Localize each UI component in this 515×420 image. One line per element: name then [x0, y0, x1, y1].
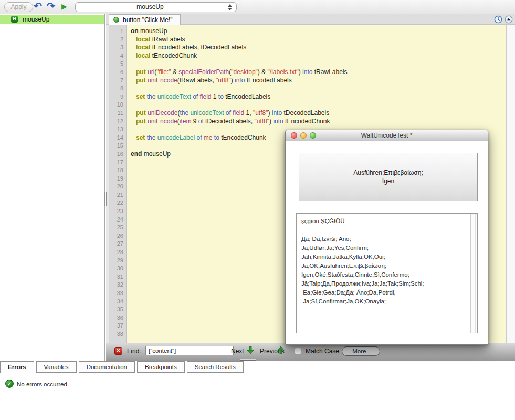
code-line[interactable]: local tEncodedChunk [131, 52, 506, 60]
line-number: 31 [109, 273, 126, 281]
check-icon: ✓ [5, 380, 14, 388]
code-line[interactable]: local tEncodedLabels, tDecodedLabels [131, 44, 506, 52]
line-number: 21 [109, 191, 126, 200]
line-number: 8 [109, 85, 126, 93]
window-close-icon[interactable] [291, 132, 297, 139]
line-number: 10 [109, 101, 126, 109]
clock-icon[interactable] [494, 15, 502, 26]
window-title-bar[interactable]: WaltUnicodeTest * [286, 130, 488, 141]
field-text-line: Jā;Taip;Да,Продолжи;Iva;Ja;Ja;Tak;Sim;Sc… [301, 279, 468, 288]
code-line[interactable] [131, 85, 506, 93]
line-number: 32 [109, 281, 126, 289]
handler-label: mouseUp [23, 16, 49, 23]
bottom-tab-bar: ErrorsVariablesDocumentationBreakpointsS… [0, 361, 515, 373]
line-number: 18 [109, 166, 126, 175]
arrow-down-icon[interactable] [247, 346, 254, 356]
line-number: 26 [109, 232, 126, 240]
script-editor-toolbar: Apply ↶ ↷ ▶ mouseUp [0, 0, 515, 14]
play-icon[interactable]: ▶ [61, 2, 67, 10]
field-text-line: Ja,OK,Ausführen;Επιβεβαίωση; [301, 261, 468, 270]
window-minimize-icon[interactable] [300, 132, 307, 139]
field-scrollbar[interactable] [470, 214, 477, 333]
code-line[interactable]: on mouseUp [131, 27, 506, 36]
line-number: 17 [109, 159, 126, 167]
line-number: 9 [109, 93, 126, 101]
line-number: 14 [109, 134, 126, 142]
find-input[interactable]: ["content"] [145, 346, 234, 355]
collapse-arrow-icon[interactable] [505, 15, 513, 26]
status-message: No errors occurred [17, 381, 67, 387]
line-number: 4 [109, 52, 126, 60]
undo-icon[interactable]: ↶ [34, 0, 42, 12]
code-line[interactable]: set the unicodeText of field 1 to tEncod… [131, 93, 506, 101]
line-number: 33 [109, 289, 126, 298]
find-label: Find: [127, 348, 141, 355]
line-number: 2 [109, 36, 126, 44]
line-number: 6 [109, 68, 126, 77]
line-number: 25 [109, 224, 126, 232]
line-number: 29 [109, 257, 126, 265]
apply-button[interactable]: Apply [4, 2, 33, 12]
field-text-line: Ja;Sí,Confirmar;Ja,OK;Onayla; [301, 297, 468, 306]
field-text-line: Ja,Udfør;Ja;Yes,Confirm; [301, 244, 468, 253]
chevron-updown-icon [228, 4, 232, 10]
line-number: 37 [109, 322, 126, 330]
sidebar-splitter-handle[interactable] [102, 192, 108, 206]
close-icon[interactable]: ✕ [114, 347, 122, 355]
line-number: 30 [109, 265, 126, 273]
code-line[interactable]: put uniEncode(tRawLabels, "utf8") into t… [131, 77, 506, 85]
code-line[interactable] [131, 60, 506, 68]
line-number: 28 [109, 248, 126, 257]
code-line[interactable]: put uniDecode(the unicodeText of field 1… [131, 109, 506, 118]
line-number: 27 [109, 240, 126, 248]
field-text-line: Jah,Kinnita;Jatka,Kyllä;OK,Oui; [301, 253, 468, 261]
line-number: 23 [109, 207, 126, 216]
tab-button-click-me[interactable]: button "Click Me!" [109, 14, 181, 25]
line-number: 3 [109, 44, 126, 52]
line-number: 34 [109, 298, 126, 306]
button-label-line2: Igen [382, 177, 394, 185]
redo-icon[interactable]: ↷ [47, 0, 55, 12]
code-line[interactable]: put url("file:" & specialFolderPath("des… [131, 68, 506, 77]
unicode-label-button[interactable]: Ausführen;Επιβεβαίωση; Igen [299, 153, 478, 201]
sidebar-handler-item[interactable]: HmouseUp [0, 15, 104, 24]
more-button[interactable]: More.. [342, 346, 380, 356]
line-number: 15 [109, 142, 126, 150]
code-line[interactable] [131, 101, 506, 109]
line-number: 16 [109, 150, 126, 159]
unicode-text-field[interactable]: şçğıöü ŞÇĞİÖÜ Да; Da,Izvrši; Ano;Ja,Udfø… [296, 213, 478, 333]
errors-panel: ✓ No errors occurred [0, 373, 515, 420]
match-case-label: Match Case [306, 348, 339, 355]
handler-list-sidebar: HmouseUp [0, 14, 105, 362]
waltunicodetest-window: WaltUnicodeTest * Ausführen;Επιβεβαίωση;… [285, 130, 488, 345]
field-text-line: Ea;Gie;Gea;Da;Да; Áno;Da,Potrdi, [301, 288, 468, 297]
code-line[interactable]: local tRawLabels [131, 36, 506, 44]
tab-variables[interactable]: Variables [36, 361, 77, 373]
tab-errors[interactable]: Errors [0, 361, 34, 373]
handler-selector-dropdown[interactable]: mouseUp [75, 2, 237, 12]
tab-breakpoints[interactable]: Breakpoints [137, 361, 185, 373]
line-number: 38 [109, 330, 126, 339]
handler-selector-value: mouseUp [76, 3, 225, 12]
code-line[interactable]: put uniEncode(item 9 of tDecodedLabels, … [131, 118, 506, 126]
line-number: 5 [109, 60, 126, 68]
line-number: 24 [109, 216, 126, 224]
tab-search-results[interactable]: Search Results [187, 361, 244, 373]
line-number: 22 [109, 199, 126, 207]
tab-documentation[interactable]: Documentation [79, 361, 135, 373]
field-text-line [301, 226, 468, 235]
line-number: 20 [109, 183, 126, 191]
line-number: 35 [109, 306, 126, 314]
code-vertical-scrollbar[interactable] [506, 25, 515, 343]
handler-badge-icon: H [11, 16, 18, 23]
match-case-checkbox[interactable] [295, 348, 301, 354]
find-next-button[interactable]: Next [231, 348, 244, 355]
find-bar: ✕ Find: ["content"] Next Previous Match … [106, 343, 515, 361]
window-zoom-icon[interactable] [310, 132, 316, 139]
script-tab-bar: button "Click Me!" [106, 14, 515, 25]
line-number-gutter: 1234567891011121314151617181920212223242… [109, 25, 127, 343]
arrow-up-icon[interactable] [277, 346, 285, 356]
line-number: 19 [109, 175, 126, 183]
script-status-dot-icon [113, 17, 119, 23]
line-number: 7 [109, 77, 126, 85]
